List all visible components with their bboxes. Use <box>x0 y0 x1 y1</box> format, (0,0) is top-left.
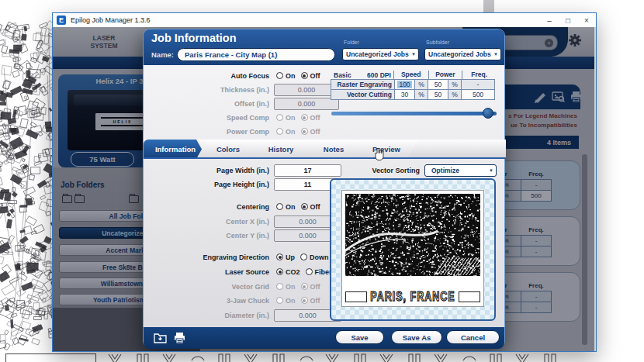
offset-label: Offset (in.) <box>147 100 274 108</box>
print-icon[interactable] <box>173 332 186 344</box>
power-slider-track[interactable] <box>331 112 497 115</box>
page-height-label: Page Height (in.) <box>147 181 274 188</box>
auto-focus-label: Auto Focus <box>147 72 274 80</box>
dpi-settings-table: Basic 600 DPI Speed Power Freq. Raster E… <box>331 70 496 100</box>
preview-caption-text: PARIS, FRANCE <box>370 290 455 304</box>
preview-caption-row: PARIS, FRANCE <box>345 290 480 303</box>
center-x-label: Center X (in.) <box>147 218 274 226</box>
background-scrollbar-stub <box>483 0 494 12</box>
chevron-down-icon: ▼ <box>409 52 418 57</box>
minimize-button[interactable]: – <box>540 13 559 27</box>
active-tab-underline <box>144 157 506 159</box>
percent-label: % <box>414 79 428 90</box>
tab-notes[interactable]: Notes <box>302 140 365 159</box>
speed-comp-radios: On Off <box>276 114 320 122</box>
vector-cutting-label: Vector Cutting <box>331 89 395 100</box>
power-comp-on[interactable]: On <box>276 128 296 136</box>
folder-label: Folder <box>344 40 359 45</box>
laser-source-radios: CO2 Fiber <box>276 268 332 276</box>
dialog-title: Job Information <box>151 32 237 44</box>
centering-off[interactable]: Off <box>301 203 320 211</box>
dialog-footer: Save Save As Cancel <box>144 327 504 349</box>
power-header: Power <box>428 71 462 79</box>
centering-radios: On Off <box>276 203 320 211</box>
dialog-body: Auto Focus On Off Thickness (in.) 0.000 … <box>144 65 504 327</box>
auto-focus-radios: On Off <box>276 72 320 80</box>
raster-power-input[interactable]: 50 <box>428 79 448 90</box>
direction-down[interactable]: Down <box>300 253 329 261</box>
page-width-label: Page Width (in.) <box>147 167 274 174</box>
folder-select[interactable]: Uncategorized Jobs ▼ <box>342 48 419 60</box>
folder-value: Uncategorized Jobs <box>343 50 409 58</box>
chevron-down-icon: ▼ <box>491 52 500 57</box>
laser-source-label: Laser Source <box>147 268 274 276</box>
offset-field[interactable]: 0.000 <box>274 98 339 110</box>
vector-grid-radios: On Off <box>276 283 320 291</box>
vector-freq-input[interactable]: 500 <box>461 89 495 100</box>
engraving-direction-label: Engraving Direction <box>147 253 274 261</box>
vector-power-input[interactable]: 50 <box>428 89 448 100</box>
freq-header: Freq. <box>462 71 496 79</box>
subfolder-value: Uncategorized Jobs <box>425 50 491 58</box>
app-window: E Epilog Job Manager 1.3.6 – □ × LASER S… <box>52 12 597 352</box>
thickness-field[interactable]: 0.000 <box>274 84 339 96</box>
cancel-button[interactable]: Cancel <box>446 330 500 344</box>
centering-label: Centering <box>147 203 274 211</box>
tab-preview[interactable]: Preview <box>355 140 418 159</box>
percent-label: % <box>448 89 462 100</box>
diameter-label: Diameter (in.) <box>147 312 274 319</box>
raster-freq-field: - <box>461 79 495 90</box>
auto-focus-off[interactable]: Off <box>301 72 320 80</box>
engraving-direction-radios: Up Down <box>276 253 329 261</box>
vector-sorting-select[interactable]: Optimize ▼ <box>424 164 497 177</box>
chevron-down-icon: ▼ <box>486 168 496 173</box>
direction-up[interactable]: Up <box>276 253 295 261</box>
caption-left-box <box>345 291 367 302</box>
power-comp-radios: On Off <box>276 128 320 136</box>
app-content: LASER SYSTEM ch × Helix 24 - IP 3.2 <box>53 27 594 351</box>
name-label: Name: <box>151 50 174 59</box>
auto-focus-on[interactable]: On <box>276 72 296 80</box>
tab-information[interactable]: Information <box>144 140 207 159</box>
jaw-chuck-label: 3-Jaw Chuck <box>147 297 274 305</box>
job-information-dialog: Job Information Name: Paris France - Cit… <box>143 29 505 348</box>
tab-colors[interactable]: Colors <box>196 140 260 159</box>
save-as-button[interactable]: Save As <box>391 330 442 344</box>
maximize-button[interactable]: □ <box>559 13 577 27</box>
dialog-header: Job Information Name: Paris France - Cit… <box>144 29 504 65</box>
vector-speed-input[interactable]: 30 <box>394 89 415 100</box>
source-fiber[interactable]: Fiber <box>306 268 332 276</box>
tab-history[interactable]: History <box>249 140 313 159</box>
job-name-input[interactable]: Paris France - City Map (1) <box>177 48 335 61</box>
save-button[interactable]: Save <box>335 330 384 344</box>
speed-comp-on[interactable]: On <box>276 114 296 122</box>
jaw-chuck-radios: On Off <box>276 297 320 305</box>
jaw-chuck-off[interactable]: Off <box>301 297 320 305</box>
preview-map-image <box>345 194 480 276</box>
dialog-tabstrip: Information Colors History Notes Preview <box>144 140 506 159</box>
dpi-value: 600 DPI <box>367 71 391 79</box>
jaw-chuck-on[interactable]: On <box>276 297 296 305</box>
speed-comp-label: Speed Comp <box>147 114 274 122</box>
vector-sorting-value: Optimize <box>425 167 486 174</box>
cursor-pointer-hand <box>373 147 385 161</box>
power-slider-thumb[interactable] <box>483 108 493 119</box>
raster-speed-input[interactable]: 100 <box>394 79 415 90</box>
close-button[interactable]: × <box>577 13 596 27</box>
thickness-label: Thickness (in.) <box>147 86 274 94</box>
speed-header: Speed <box>393 71 428 79</box>
raster-engraving-label: Raster Engraving <box>331 79 395 90</box>
power-comp-off[interactable]: Off <box>301 128 320 136</box>
subfolder-label: Subfolder <box>426 40 449 45</box>
source-co2[interactable]: CO2 <box>276 268 300 276</box>
vector-grid-on[interactable]: On <box>276 283 296 291</box>
window-title: Epilog Job Manager 1.3.6 <box>71 16 540 24</box>
centering-on[interactable]: On <box>276 203 296 211</box>
speed-comp-off[interactable]: Off <box>301 114 320 122</box>
subfolder-select[interactable]: Uncategorized Jobs ▼ <box>424 48 501 60</box>
save-to-folder-icon[interactable] <box>154 332 167 344</box>
title-bar: E Epilog Job Manager 1.3.6 – □ × <box>53 13 596 27</box>
percent-label: % <box>448 79 462 90</box>
vector-grid-off[interactable]: Off <box>301 283 320 291</box>
percent-label: % <box>414 89 428 100</box>
